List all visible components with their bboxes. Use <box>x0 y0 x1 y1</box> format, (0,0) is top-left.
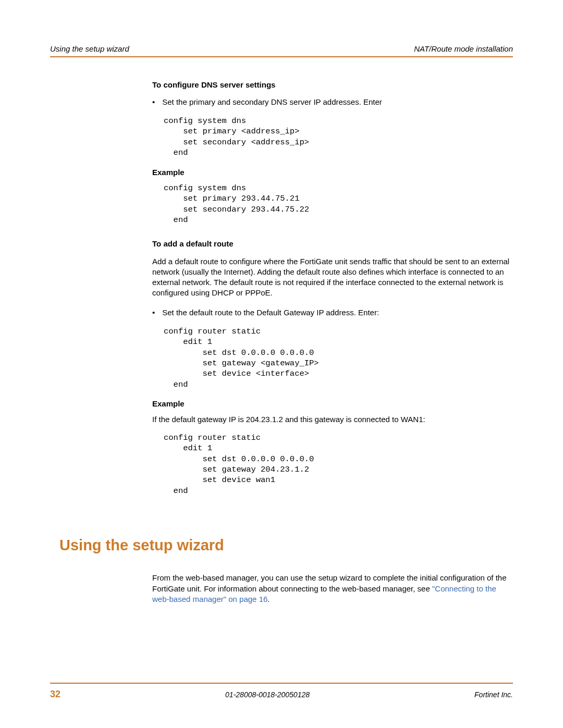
main-paragraph: From the web-based manager, you can use … <box>152 573 513 604</box>
footer-doc-id: 01-28008-0018-20050128 <box>225 690 310 699</box>
dns-bullet-item: • Set the primary and secondary DNS serv… <box>152 97 513 106</box>
page-header: Using the setup wizard NAT/Route mode in… <box>50 44 513 53</box>
dns-settings-heading: To configure DNS server settings <box>152 80 513 89</box>
header-divider <box>50 56 513 57</box>
example1-code-block: config system dns set primary 293.44.75.… <box>164 183 513 226</box>
page-number: 32 <box>50 689 60 700</box>
route-heading: To add a default route <box>152 239 513 248</box>
page-footer: 32 01-28008-0018-20050128 Fortinet Inc. <box>50 683 513 700</box>
route-code-block: config router static edit 1 set dst 0.0.… <box>164 326 513 390</box>
route-bullet-item: • Set the default route to the Default G… <box>152 308 513 317</box>
header-right: NAT/Route mode installation <box>414 44 513 53</box>
example2-paragraph: If the default gateway IP is 204.23.1.2 … <box>152 414 513 425</box>
bullet-icon: • <box>152 97 155 106</box>
main-heading: Using the setup wizard <box>59 537 513 554</box>
example2-heading: Example <box>152 399 513 408</box>
page-content: To configure DNS server settings • Set t… <box>152 80 513 496</box>
example1-heading: Example <box>152 168 513 177</box>
dns-code-block: config system dns set primary <address_i… <box>164 116 513 158</box>
route-paragraph: Add a default route to configure where t… <box>152 256 513 299</box>
example2-code-block: config router static edit 1 set dst 0.0.… <box>164 433 513 497</box>
dns-bullet-text: Set the primary and secondary DNS server… <box>162 97 382 106</box>
main-content: From the web-based manager, you can use … <box>152 573 513 604</box>
header-left: Using the setup wizard <box>50 44 129 53</box>
bullet-icon: • <box>152 308 155 317</box>
footer-company: Fortinet Inc. <box>474 690 513 699</box>
main-paragraph-post: . <box>267 595 270 603</box>
footer-divider <box>50 683 513 684</box>
route-bullet-text: Set the default route to the Default Gat… <box>162 308 379 317</box>
footer-row: 32 01-28008-0018-20050128 Fortinet Inc. <box>50 689 513 700</box>
